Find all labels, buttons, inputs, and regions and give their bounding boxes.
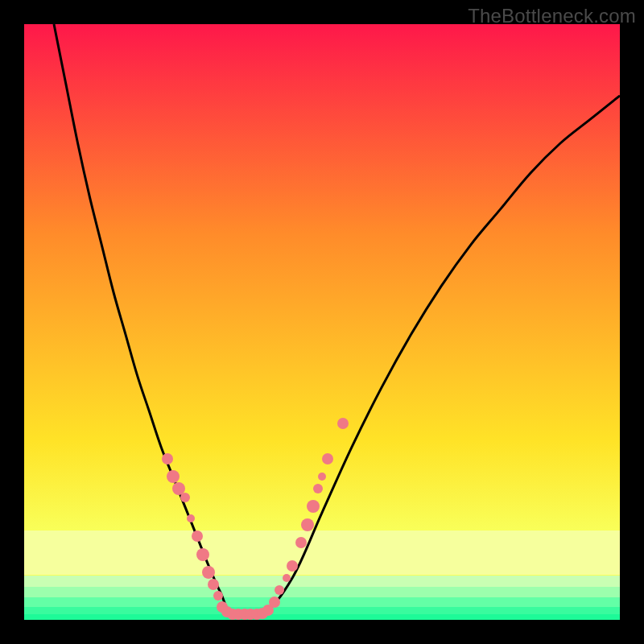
data-marker bbox=[180, 493, 190, 502]
data-marker bbox=[301, 518, 314, 531]
chart-frame: TheBottleneck.com bbox=[0, 0, 644, 644]
data-marker bbox=[213, 591, 223, 601]
data-marker bbox=[313, 484, 323, 493]
data-marker bbox=[283, 574, 291, 582]
data-marker bbox=[208, 579, 219, 590]
data-marker bbox=[307, 500, 320, 513]
data-marker bbox=[202, 566, 215, 579]
data-marker bbox=[275, 585, 284, 595]
data-marker bbox=[318, 473, 326, 481]
data-marker bbox=[287, 560, 298, 572]
data-marker bbox=[269, 597, 280, 608]
curve-layer bbox=[24, 24, 620, 620]
data-marker bbox=[295, 537, 307, 548]
data-marker bbox=[322, 453, 333, 464]
data-marker bbox=[337, 418, 349, 429]
data-marker bbox=[167, 470, 180, 483]
data-marker bbox=[192, 530, 203, 542]
data-marker bbox=[187, 514, 195, 522]
plot-area bbox=[24, 24, 620, 620]
bottleneck-curve bbox=[54, 24, 620, 617]
data-marker bbox=[196, 548, 209, 561]
data-marker bbox=[162, 453, 173, 464]
